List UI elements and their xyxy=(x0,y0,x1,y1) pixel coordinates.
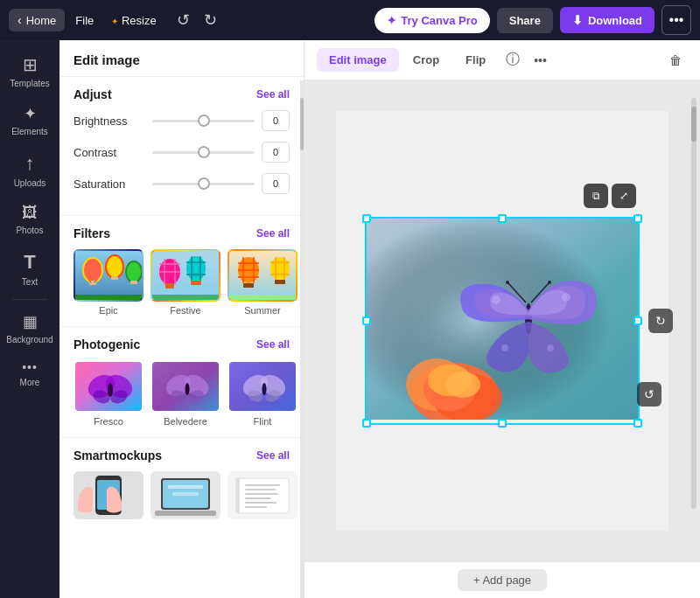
undo-button[interactable]: ↺ xyxy=(171,6,196,34)
download-button[interactable]: ⬇ Download xyxy=(560,7,654,33)
delete-button[interactable]: 🗑 xyxy=(663,49,688,72)
toolbar-more-button[interactable]: ••• xyxy=(528,49,553,72)
refresh-icon: ↺ xyxy=(644,387,654,401)
svg-rect-64 xyxy=(155,511,216,516)
sidebar-item-background[interactable]: ▦ Background xyxy=(4,305,56,351)
handle-bottom-right[interactable] xyxy=(634,419,642,428)
try-canva-button[interactable]: ✦ Try Canva Pro xyxy=(374,8,489,33)
svg-rect-25 xyxy=(191,281,201,285)
redo-button[interactable]: ↻ xyxy=(198,6,223,34)
laptop-mockup-svg xyxy=(150,471,220,519)
handle-bottom-center[interactable] xyxy=(498,419,507,428)
contrast-label: Contrast xyxy=(74,146,152,159)
filter-festive[interactable]: Festive xyxy=(150,249,220,316)
filter-fresco-thumb xyxy=(74,360,144,413)
brightness-thumb[interactable] xyxy=(198,115,210,127)
filter-epic-thumb xyxy=(74,249,144,302)
svg-rect-67 xyxy=(168,485,203,489)
sidebar-item-elements[interactable]: ✦ Elements xyxy=(4,97,56,143)
rotate-icon: ↻ xyxy=(655,314,666,328)
resize-button[interactable]: ✦ Resize xyxy=(104,10,163,31)
photos-icon: 🖼 xyxy=(22,204,38,222)
canvas-scrollbar[interactable] xyxy=(691,98,696,509)
svg-point-20 xyxy=(186,256,206,281)
rotate-button[interactable]: ↻ xyxy=(648,309,673,333)
toolbar-more-icon: ••• xyxy=(534,53,547,67)
sidebar-item-label: Elements xyxy=(11,127,48,136)
photogenic-see-all[interactable]: See all xyxy=(256,338,290,351)
filter-flint[interactable]: Flint xyxy=(228,360,298,427)
brightness-value: 0 xyxy=(262,110,290,131)
saturation-thumb[interactable] xyxy=(198,177,210,190)
sidebar-item-uploads[interactable]: ↑ Uploads xyxy=(4,145,56,195)
mockup-phone[interactable] xyxy=(74,471,144,519)
svg-rect-75 xyxy=(245,497,271,499)
svg-rect-68 xyxy=(172,492,199,496)
expand-button[interactable]: ⤢ xyxy=(612,184,636,208)
adjust-see-all[interactable]: See all xyxy=(256,88,290,101)
filters-section-title: Filters xyxy=(74,226,110,240)
smartmockups-section-title: Smartmockups xyxy=(74,448,162,462)
contrast-thumb[interactable] xyxy=(198,146,210,158)
sidebar-item-more[interactable]: ••• More xyxy=(4,353,56,394)
sidebar-item-text[interactable]: T Text xyxy=(4,244,56,294)
copy-button[interactable]: ⧉ xyxy=(584,184,608,208)
tab-flip[interactable]: Flip xyxy=(453,48,498,72)
edit-panel-title: Edit image xyxy=(74,52,140,67)
filter-festive-thumb xyxy=(150,249,220,302)
brightness-slider[interactable] xyxy=(152,112,255,129)
canvas-refresh-button[interactable]: ↺ xyxy=(637,382,662,407)
festive-filter-svg xyxy=(152,251,220,302)
canvas-scroll[interactable]: ↺ ⧉ ⤢ ↻ xyxy=(304,80,700,561)
filter-summer[interactable]: Summer xyxy=(228,249,298,316)
sidebar-item-photos[interactable]: 🖼 Photos xyxy=(4,197,56,242)
panel-scrollbar-thumb xyxy=(300,98,304,150)
filter-belvedere[interactable]: Belvedere xyxy=(150,360,220,427)
filter-fresco[interactable]: Fresco xyxy=(74,360,144,427)
canvas-image-element[interactable]: ⧉ ⤢ ↻ xyxy=(365,217,640,425)
photogenic-section-title: Photogenic xyxy=(74,337,140,351)
filter-summer-name: Summer xyxy=(244,305,281,316)
canva-star-icon: ✦ xyxy=(387,14,396,27)
sidebar-item-label: Photos xyxy=(16,226,43,235)
file-button[interactable]: File xyxy=(68,10,101,31)
filters-see-all[interactable]: See all xyxy=(256,227,290,240)
sidebar-item-templates[interactable]: ⊞ Templates xyxy=(4,47,56,95)
contrast-track xyxy=(152,151,255,154)
svg-point-92 xyxy=(562,293,570,302)
handle-middle-left[interactable] xyxy=(362,316,371,325)
saturation-row: Saturation 0 xyxy=(74,173,290,194)
saturation-slider[interactable] xyxy=(152,175,255,192)
info-button[interactable]: ⓘ xyxy=(500,46,526,73)
saturation-label: Saturation xyxy=(74,177,152,191)
contrast-slider[interactable] xyxy=(152,143,255,161)
filter-epic[interactable]: Epic xyxy=(74,249,144,316)
svg-point-88 xyxy=(506,281,509,284)
handle-bottom-left[interactable] xyxy=(362,419,371,428)
mockup-book[interactable] xyxy=(228,471,298,519)
handle-top-left[interactable] xyxy=(362,214,371,223)
tab-edit-image[interactable]: Edit image xyxy=(317,48,399,72)
panel-scrollbar[interactable] xyxy=(300,80,304,598)
handle-top-center[interactable] xyxy=(498,214,507,223)
home-label: Home xyxy=(26,14,57,27)
home-button[interactable]: ‹ Home xyxy=(9,9,65,31)
smartmockups-see-all[interactable]: See all xyxy=(256,449,290,462)
saturation-value: 0 xyxy=(262,173,290,194)
elements-icon: ✦ xyxy=(24,104,37,123)
share-button[interactable]: Share xyxy=(497,8,553,33)
chevron-left-icon: ‹ xyxy=(18,13,22,27)
topbar: ‹ Home File ✦ Resize ↺ ↻ ✦ Try Canva Pro… xyxy=(0,0,700,40)
filters-grid: Epic xyxy=(74,249,290,316)
add-page-button[interactable]: + Add page xyxy=(458,569,547,591)
handle-top-right[interactable] xyxy=(634,214,642,223)
epic-filter-svg xyxy=(75,251,144,302)
svg-point-94 xyxy=(547,344,554,351)
mockup-laptop[interactable] xyxy=(150,471,220,519)
tab-crop[interactable]: Crop xyxy=(401,48,452,72)
topbar-left: ‹ Home File ✦ Resize ↺ ↻ xyxy=(9,6,223,34)
handle-middle-right[interactable] xyxy=(634,316,642,325)
brightness-row: Brightness 0 xyxy=(74,110,290,131)
svg-rect-72 xyxy=(245,484,280,486)
more-options-button[interactable]: ••• xyxy=(662,5,691,35)
